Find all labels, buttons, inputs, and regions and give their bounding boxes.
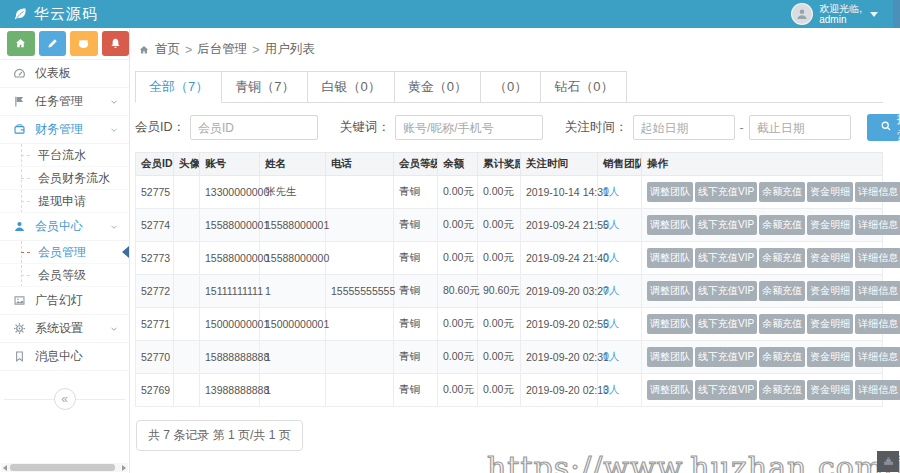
row-action-button[interactable]: 线下充值VIP [695, 281, 757, 301]
row-action-button[interactable]: 线下充值VIP [695, 182, 757, 202]
cell-account: 15588000000 [200, 242, 260, 275]
row-action-button[interactable]: 资金明细 [807, 380, 853, 400]
row-action-button[interactable]: 详细信息 [855, 314, 900, 334]
row-action-button[interactable]: 资金明细 [807, 215, 853, 235]
row-action-button[interactable]: 详细信息 [855, 347, 900, 367]
member-submenu: 会员管理 会员等级 [0, 241, 129, 287]
row-action-button[interactable]: 资金明细 [807, 347, 853, 367]
sidebar-toolbar [0, 28, 129, 60]
sales-team-link[interactable]: 0人 [603, 350, 619, 362]
sidebar-collapse-button[interactable]: « [54, 388, 76, 410]
sidebar-item-member-manage[interactable]: 会员管理 [0, 241, 129, 264]
username: admin [819, 14, 846, 25]
column-header: 会员等级 [394, 153, 438, 176]
row-action-button[interactable]: 线下充值VIP [695, 347, 757, 367]
row-action-button[interactable]: 余额充值 [759, 347, 805, 367]
back-to-top-icon [883, 454, 894, 469]
column-header: 销售团队 [598, 153, 642, 176]
row-action-button[interactable]: 线下充值VIP [695, 380, 757, 400]
user-table-body: 5277513300000000张先生青铜0.00元0.00元2019-10-1… [136, 176, 883, 407]
tab-bronze[interactable]: 青铜（7） [221, 71, 308, 102]
level-tabs: 全部（7） 青铜（7） 白银（0） 黄金（0） （0） 钻石（0） [135, 71, 883, 103]
user-table: 会员ID 头像 账号 姓名 电话 会员等级 余额 累计奖励 关注时间 销售团队 … [135, 152, 883, 407]
tab-gold[interactable]: 黄金（0） [394, 71, 481, 102]
start-date-input[interactable] [633, 115, 735, 140]
cell-level: 青铜 [394, 275, 438, 308]
row-action-button[interactable]: 资金明细 [807, 281, 853, 301]
tab-all[interactable]: 全部（7） [135, 71, 222, 103]
user-menu[interactable]: 欢迎光临, admin [791, 3, 900, 25]
row-action-button[interactable]: 线下充值VIP [695, 215, 757, 235]
row-action-button[interactable]: 线下充值VIP [695, 248, 757, 268]
tab-diamond[interactable]: 钻石（0） [540, 71, 627, 102]
end-date-input[interactable] [749, 115, 851, 140]
row-action-button[interactable]: 调整团队 [647, 347, 693, 367]
row-action-button[interactable]: 余额充值 [759, 248, 805, 268]
row-action-button[interactable]: 详细信息 [855, 380, 900, 400]
row-action-button[interactable]: 调整团队 [647, 314, 693, 334]
row-action-button[interactable]: 余额充值 [759, 281, 805, 301]
horizontal-scrollbar[interactable] [1, 463, 128, 472]
cell-level: 青铜 [394, 341, 438, 374]
row-action-button[interactable]: 调整团队 [647, 281, 693, 301]
row-action-button[interactable]: 详细信息 [855, 215, 900, 235]
member-id-input[interactable] [190, 115, 318, 140]
row-action-button[interactable]: 余额充值 [759, 314, 805, 334]
notifications-button[interactable] [102, 31, 130, 56]
sales-team-link[interactable]: 0人 [603, 251, 619, 263]
sidebar-item-label: 财务管理 [35, 121, 83, 138]
row-action-button[interactable]: 详细信息 [855, 182, 900, 202]
row-action-button[interactable]: 调整团队 [647, 215, 693, 235]
sidebar-item-message-center[interactable]: 消息中心 [0, 343, 129, 371]
cell-name: 15588000001 [260, 209, 326, 242]
caret-down-icon [870, 12, 878, 17]
sidebar-item-dashboard[interactable]: 仪表板 [0, 60, 129, 88]
cell-account: 15588000001 [200, 209, 260, 242]
cell-phone [326, 176, 394, 209]
row-action-button[interactable]: 调整团队 [647, 182, 693, 202]
back-to-top-button[interactable] [877, 451, 899, 472]
vertical-scrollbar[interactable] [893, 0, 900, 28]
sidebar-item-finance-manage[interactable]: 财务管理 [0, 116, 129, 144]
row-action-button[interactable]: 资金明细 [807, 314, 853, 334]
cell-member-id: 52772 [136, 275, 174, 308]
sidebar-item-task-manage[interactable]: 任务管理 [0, 88, 129, 116]
row-action-button[interactable]: 详细信息 [855, 281, 900, 301]
cell-actions: 调整团队线下充值VIP余额充值资金明细详细信息 [642, 275, 883, 308]
sales-team-link[interactable]: 0人 [603, 317, 619, 329]
sales-team-link[interactable]: 0人 [603, 185, 619, 197]
tab-silver[interactable]: 白银（0） [307, 71, 394, 102]
mascot-button[interactable] [70, 31, 98, 56]
edit-button[interactable] [39, 31, 67, 56]
breadcrumb-home[interactable]: 首页 [155, 41, 180, 58]
tab-platinum[interactable]: （0） [480, 71, 541, 102]
row-action-button[interactable]: 余额充值 [759, 215, 805, 235]
row-action-button[interactable]: 调整团队 [647, 248, 693, 268]
breadcrumb-admin[interactable]: 后台管理 [197, 41, 247, 58]
search-button[interactable]: 搜索 [867, 114, 900, 141]
home-button[interactable] [7, 31, 35, 56]
scrollbar-thumb[interactable] [10, 464, 115, 471]
cell-account: 13300000000 [200, 176, 260, 209]
row-action-button[interactable]: 余额充值 [759, 182, 805, 202]
sidebar-item-withdraw-apply[interactable]: 提现申请 [0, 190, 129, 213]
sales-team-link[interactable]: 0人 [603, 218, 619, 230]
sidebar-item-member-finance-flow[interactable]: 会员财务流水 [0, 167, 129, 190]
sidebar-item-member-center[interactable]: 会员中心 [0, 213, 129, 241]
keyword-input[interactable] [395, 115, 543, 140]
row-action-button[interactable]: 资金明细 [807, 248, 853, 268]
sidebar-item-member-level[interactable]: 会员等级 [0, 264, 129, 287]
row-action-button[interactable]: 详细信息 [855, 248, 900, 268]
image-icon [13, 294, 26, 307]
row-action-button[interactable]: 调整团队 [647, 380, 693, 400]
row-action-button[interactable]: 余额充值 [759, 380, 805, 400]
row-action-button[interactable]: 线下充值VIP [695, 314, 757, 334]
sidebar-item-platform-flow[interactable]: 平台流水 [0, 144, 129, 167]
row-action-button[interactable]: 资金明细 [807, 182, 853, 202]
column-header: 累计奖励 [478, 153, 521, 176]
sidebar-item-ad-slides[interactable]: 广告幻灯 [0, 287, 129, 315]
sales-team-link[interactable]: 0人 [603, 284, 619, 296]
sales-team-link[interactable]: 0人 [603, 383, 619, 395]
sidebar-item-system-settings[interactable]: 系统设置 [0, 315, 129, 343]
cell-reward: 0.00元 [478, 176, 521, 209]
